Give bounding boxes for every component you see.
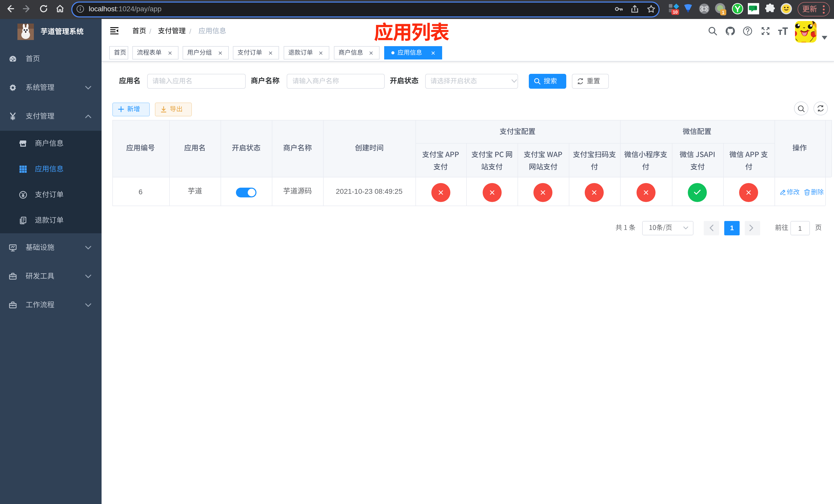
svg-text:1: 1 [722, 10, 724, 15]
svg-text:10: 10 [673, 10, 678, 15]
